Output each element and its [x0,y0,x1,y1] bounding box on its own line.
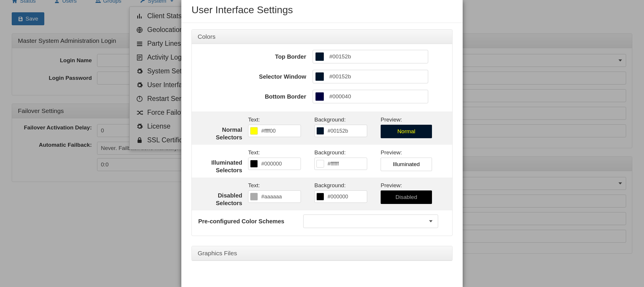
color-input-illum-text[interactable]: #000000 [248,158,301,170]
row-illuminated-selectors: Illuminated Selectors Text: #000000 Back… [198,145,446,178]
panel-heading: Graphics Files [192,246,452,261]
label-disabled-selectors: Disabled Selectors [198,182,248,207]
label-background: Background: [314,117,378,123]
color-input-disabled-bg[interactable]: #000000 [314,190,367,203]
label-preview: Preview: [381,117,432,123]
panel-colors: Colors Top Border #00152b Selector Windo… [191,29,453,236]
chevron-down-icon [429,220,433,222]
color-value: #ffffff [326,161,367,167]
color-input-top-border[interactable]: #00152b [313,50,428,63]
color-input-disabled-text[interactable]: #aaaaaa [248,190,301,203]
color-value: #aaaaaa [260,194,301,200]
row-preconfigured-schemes: Pre-configured Color Schemes [198,210,446,230]
label-text: Text: [248,117,312,123]
label-text: Text: [248,149,312,156]
row-disabled-selectors: Disabled Selectors Text: #aaaaaa Backgro… [192,178,452,210]
label-preconfigured: Pre-configured Color Schemes [198,218,303,225]
color-value: #000000 [260,161,301,167]
color-input-selector-window[interactable]: #00152b [313,70,428,83]
label-background: Background: [314,182,378,189]
row-normal-selectors: Normal Selectors Text: #ffff00 Backgroun… [192,112,452,145]
color-swatch[interactable] [250,193,258,200]
label-preview: Preview: [381,182,432,189]
label-background: Background: [314,149,378,156]
label-illuminated-selectors: Illuminated Selectors [198,149,248,174]
panel-heading: Colors [192,30,452,44]
label-normal-selectors: Normal Selectors [198,117,248,141]
color-value: #000000 [326,194,367,200]
color-value: #000040 [326,93,428,100]
color-input-normal-bg[interactable]: #00152b [314,125,367,137]
modal-title: User Interface Settings [182,0,462,23]
color-value: #00152b [326,53,428,60]
color-swatch[interactable] [316,160,324,168]
preview-normal: Normal [381,125,432,138]
color-swatch[interactable] [315,72,324,81]
color-swatch[interactable] [250,160,258,168]
color-swatch[interactable] [250,127,258,135]
preview-illuminated: Illuminated [381,158,432,171]
modal-ui-settings: User Interface Settings Colors Top Borde… [181,0,463,287]
color-swatch[interactable] [315,92,324,101]
color-input-normal-text[interactable]: #ffff00 [248,125,301,137]
color-swatch[interactable] [316,193,324,200]
label-preview: Preview: [381,149,432,156]
label-selector-window: Selector Window [198,73,313,80]
preview-disabled: Disabled [381,190,432,204]
label-top-border: Top Border [198,53,313,60]
color-swatch[interactable] [316,127,324,135]
label-text: Text: [248,182,312,189]
select-preconfigured[interactable] [303,215,438,228]
color-value: #00152b [326,73,428,80]
color-swatch[interactable] [315,52,324,61]
color-input-illum-bg[interactable]: #ffffff [314,158,367,170]
panel-graphics-files: Graphics Files [191,246,453,261]
color-input-bottom-border[interactable]: #000040 [313,90,428,103]
color-value: #00152b [326,128,367,134]
color-value: #ffff00 [260,128,301,134]
label-bottom-border: Bottom Border [198,93,313,100]
